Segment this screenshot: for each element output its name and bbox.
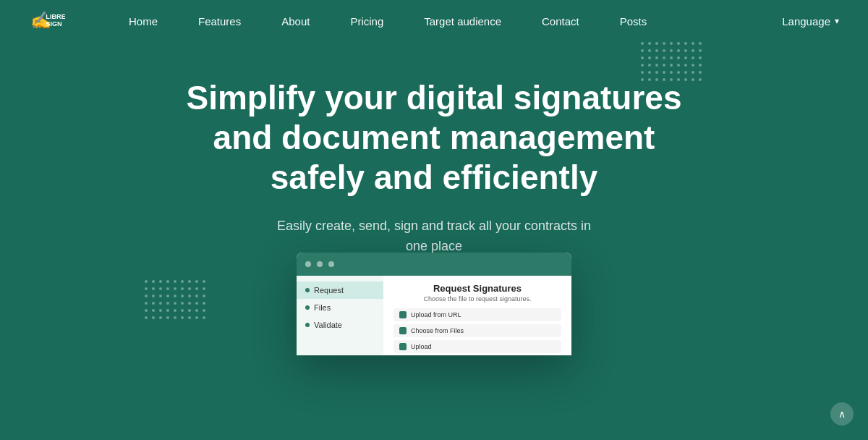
nav-contact[interactable]: Contact <box>522 0 600 42</box>
chevron-down-icon: ▾ <box>835 16 839 26</box>
decorative-dot <box>145 287 148 290</box>
decorative-dot <box>684 71 687 74</box>
decorative-dot <box>195 302 198 305</box>
decorative-dot <box>181 287 184 290</box>
decorative-dot <box>648 49 651 52</box>
decorative-dot <box>655 49 658 52</box>
nav-pricing[interactable]: Pricing <box>330 0 404 42</box>
decorative-dot <box>152 316 155 319</box>
nav-about[interactable]: About <box>261 0 330 42</box>
app-main-subtitle: Choose the file to request signatures. <box>393 295 561 302</box>
decorative-dot <box>174 316 176 319</box>
decorative-dot <box>699 49 702 52</box>
option-files-label: Choose from Files <box>411 327 464 334</box>
sidebar-request-label: Request <box>314 286 344 295</box>
decorative-dot <box>203 287 205 290</box>
decorative-dot <box>188 302 191 305</box>
app-option-upload[interactable]: Upload <box>393 340 561 353</box>
nav-home[interactable]: Home <box>109 0 178 42</box>
decorative-dot <box>692 78 694 81</box>
svg-text:LIBRE: LIBRE <box>46 13 65 20</box>
decorative-dot <box>195 309 198 312</box>
decorative-dot <box>655 56 658 59</box>
dots-left <box>145 280 205 319</box>
decorative-dot <box>663 56 665 59</box>
decorative-dot <box>174 302 176 305</box>
decorative-dot <box>166 302 169 305</box>
decorative-dot <box>181 309 184 312</box>
chevron-up-icon: ∧ <box>838 408 846 420</box>
decorative-dot <box>145 309 148 312</box>
decorative-dot <box>152 287 155 290</box>
decorative-dot <box>203 280 205 283</box>
language-selector[interactable]: Language ▾ <box>782 15 839 28</box>
app-body: Request Files Validate Request Signature… <box>297 276 571 355</box>
decorative-dot <box>684 78 687 81</box>
app-option-files[interactable]: Choose from Files <box>393 324 561 337</box>
decorative-dot <box>699 64 702 67</box>
decorative-dot <box>641 49 644 52</box>
decorative-dot <box>203 295 205 297</box>
decorative-dot <box>684 56 687 59</box>
decorative-dot <box>670 42 673 45</box>
decorative-dot <box>648 71 651 74</box>
svg-text:SIGN: SIGN <box>46 20 61 28</box>
decorative-dot <box>648 64 651 67</box>
decorative-dot <box>166 295 169 297</box>
logo[interactable]: ✍ LIBRE SIGN <box>29 7 65 35</box>
decorative-dot <box>166 280 169 283</box>
app-main-content: Request Signatures Choose the file to re… <box>383 276 571 355</box>
language-label: Language <box>782 15 830 28</box>
decorative-dot <box>159 287 162 290</box>
decorative-dot <box>159 302 162 305</box>
decorative-dot <box>641 56 644 59</box>
decorative-dot <box>641 64 644 67</box>
decorative-dot <box>203 309 205 312</box>
decorative-dot <box>648 56 651 59</box>
app-preview: Request Files Validate Request Signature… <box>297 253 571 355</box>
decorative-dot <box>195 316 198 319</box>
decorative-dot <box>670 49 673 52</box>
decorative-dot <box>188 287 191 290</box>
nav-target-audience[interactable]: Target audience <box>404 0 522 42</box>
decorative-dot <box>663 71 665 74</box>
decorative-dot <box>684 42 687 45</box>
scroll-to-top[interactable]: ∧ <box>830 402 854 426</box>
decorative-dot <box>677 56 680 59</box>
decorative-dot <box>159 295 162 297</box>
decorative-dot <box>655 71 658 74</box>
decorative-dot <box>648 78 651 81</box>
decorative-dot <box>145 280 148 283</box>
decorative-dot <box>152 309 155 312</box>
decorative-dot <box>655 78 658 81</box>
decorative-dot <box>145 316 148 319</box>
app-option-url[interactable]: Upload from URL <box>393 308 561 321</box>
decorative-dot <box>152 280 155 283</box>
decorative-dot <box>181 280 184 283</box>
decorative-dot <box>166 316 169 319</box>
titlebar-dot-2 <box>317 261 323 267</box>
decorative-dot <box>174 295 176 297</box>
titlebar-dot-1 <box>305 261 311 267</box>
decorative-dot <box>174 309 176 312</box>
decorative-dot <box>195 280 198 283</box>
app-titlebar <box>297 253 571 276</box>
nav-features[interactable]: Features <box>178 0 261 42</box>
decorative-dot <box>174 287 176 290</box>
decorative-dot <box>655 42 658 45</box>
upload-icon <box>399 343 407 350</box>
decorative-dot <box>670 78 673 81</box>
nav-posts[interactable]: Posts <box>600 0 668 42</box>
decorative-dot <box>670 71 673 74</box>
sidebar-validate[interactable]: Validate <box>297 316 383 334</box>
sidebar-files[interactable]: Files <box>297 299 383 316</box>
decorative-dot <box>181 302 184 305</box>
decorative-dot <box>188 280 191 283</box>
option-url-label: Upload from URL <box>411 311 461 318</box>
option-upload-label: Upload <box>411 343 432 350</box>
files-icon <box>399 327 407 334</box>
decorative-dot <box>181 295 184 297</box>
decorative-dot <box>692 71 694 74</box>
decorative-dot <box>188 309 191 312</box>
sidebar-request[interactable]: Request <box>297 282 383 299</box>
